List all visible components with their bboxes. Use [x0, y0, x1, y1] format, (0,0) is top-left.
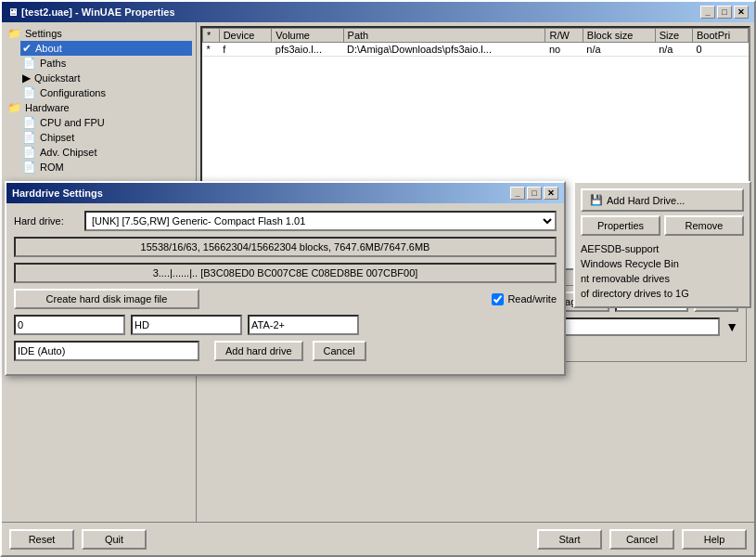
reset-button[interactable]: Reset — [9, 529, 74, 550]
sidebar-item-label: About — [35, 43, 62, 54]
d2-wrapper: HD FD — [131, 315, 242, 335]
create-hd-button[interactable]: Create hard disk image file — [14, 289, 199, 309]
ide-wrapper: IDE (Auto) — [14, 341, 199, 361]
sidebar-item-cpu[interactable]: 📄 CPU and FPU — [20, 115, 192, 130]
sidebar-item-label: Paths — [40, 58, 66, 69]
info-line-2: 3....|......|.. [B3C08ED0 BC007C8E C08ED… — [14, 263, 557, 283]
sidebar-item-hardware[interactable]: 📁 Hardware — [6, 100, 192, 115]
doc-icon: 📄 — [22, 146, 36, 159]
sidebar-item-label: Hardware — [25, 102, 70, 113]
sidebar-item-quickstart[interactable]: ▶ Quickstart — [20, 71, 192, 85]
add-hard-drive-button[interactable]: 💾 Add Hard Drive... — [581, 188, 744, 212]
sidebar-item-label: Quickstart — [34, 72, 81, 84]
right-actions-panel: 💾 Add Hard Drive... Properties Remove AE… — [573, 181, 751, 308]
hard-drive-select[interactable]: [UNK] [7.5G,RW] Generic- Compact Flash 1… — [84, 211, 557, 231]
dropdown-3[interactable]: ATA-2+ ATA-1 None — [248, 315, 359, 335]
dialog-title-text: Harddrive Settings — [12, 188, 103, 199]
sidebar-item-configurations[interactable]: 📄 Configurations — [20, 85, 192, 100]
maximize-button[interactable]: □ — [717, 6, 732, 19]
col-bootpri: BootPri — [693, 29, 749, 43]
col-volume: Volume — [272, 29, 343, 43]
col-size: Size — [655, 29, 692, 43]
col-star: * — [203, 29, 220, 43]
disk-icon: 💾 — [590, 194, 603, 206]
dialog-close-button[interactable]: ✕ — [544, 187, 558, 200]
title-bar: 🖥 [test2.uae] - WinUAE Properties _ □ ✕ — [2, 2, 754, 22]
bottom-right-buttons: Start Cancel Help — [537, 529, 747, 550]
bottom-bar: Reset Quit Start Cancel Help — [2, 522, 754, 555]
sidebar-item-paths[interactable]: 📄 Paths — [20, 56, 192, 71]
prop-remove-row: Properties Remove — [581, 215, 744, 236]
table-row[interactable]: *fpfs3aio.l...D:\Amiga\Downloads\pfs3aio… — [203, 43, 749, 57]
ide-select[interactable]: IDE (Auto) — [14, 341, 199, 361]
info-line-1: 15538/16/63, 15662304/15662304 blocks, 7… — [14, 237, 557, 257]
folder-icon: 📁 — [7, 27, 21, 40]
doc-icon: 📄 — [22, 131, 36, 144]
sidebar-item-rom[interactable]: 📄 ROM — [20, 160, 192, 175]
folder-icon: 📁 — [7, 101, 21, 114]
doc-icon: 📄 — [22, 86, 36, 99]
ide-row: IDE (Auto) Add hard drive Cancel — [14, 341, 557, 361]
start-button[interactable]: Start — [537, 529, 602, 550]
help-button[interactable]: Help — [682, 529, 747, 550]
hard-drive-row: Hard drive: [UNK] [7.5G,RW] Generic- Com… — [14, 211, 557, 231]
col-device: Device — [219, 29, 272, 43]
remove-button[interactable]: Remove — [664, 215, 744, 236]
window-title: [test2.uae] - WinUAE Properties — [21, 6, 175, 18]
d3-wrapper: ATA-2+ ATA-1 None — [248, 315, 359, 335]
dialog-title-bar: Harddrive Settings _ □ ✕ — [6, 183, 564, 203]
option-directory: of directory drives to 1G — [581, 286, 744, 301]
quit-button[interactable]: Quit — [82, 529, 147, 550]
path-dropdown-arrow[interactable]: ▼ — [725, 319, 738, 334]
harddrive-dialog: Harddrive Settings _ □ ✕ Hard drive: [UN… — [5, 181, 566, 376]
dialog-minimize-button[interactable]: _ — [510, 187, 525, 200]
hd-table: * Device Volume Path R/W Block size Size… — [202, 28, 749, 57]
sidebar-item-settings[interactable]: 📁 Settings — [6, 26, 192, 41]
rw-checkbox-row: Read/write — [492, 293, 557, 305]
title-bar-title: 🖥 [test2.uae] - WinUAE Properties — [7, 6, 175, 18]
add-hd-label: Add Hard Drive... — [607, 195, 685, 206]
read-write-label: Read/write — [507, 293, 557, 304]
dialog-maximize-button[interactable]: □ — [527, 187, 542, 200]
sidebar-item-label: Chipset — [40, 132, 74, 143]
minimize-button[interactable]: _ — [700, 6, 715, 19]
col-rw: R/W — [545, 29, 583, 43]
play-icon: ▶ — [22, 71, 31, 84]
app-icon: 🖥 — [7, 6, 18, 18]
dropdowns-row: 0 1 HD FD ATA-2+ ATA-1 None — [14, 315, 557, 335]
sidebar-item-adv-chipset[interactable]: 📄 Adv. Chipset — [20, 145, 192, 160]
doc-icon: 📄 — [22, 57, 36, 70]
sidebar-item-label: CPU and FPU — [40, 117, 105, 128]
sidebar-item-chipset[interactable]: 📄 Chipset — [20, 130, 192, 145]
check-icon: ✔ — [22, 42, 32, 55]
option-aefsdb: AEFSDB-support — [581, 241, 744, 256]
option-removable: nt removable drives — [581, 271, 744, 286]
dropdown-1[interactable]: 0 1 — [14, 315, 125, 335]
col-blocksize: Block size — [583, 29, 655, 43]
dialog-controls: _ □ ✕ — [510, 187, 558, 200]
sidebar-item-label: Configurations — [40, 87, 106, 98]
dialog-cancel-button[interactable]: Cancel — [313, 341, 366, 361]
doc-icon: 📄 — [22, 116, 36, 129]
doc-icon: 📄 — [22, 161, 36, 174]
hard-drive-label: Hard drive: — [14, 215, 79, 227]
sidebar-item-label: Adv. Chipset — [40, 147, 97, 158]
title-bar-controls: _ □ ✕ — [700, 6, 749, 19]
read-write-checkbox[interactable] — [492, 293, 504, 305]
option-recycle: Windows Recycle Bin — [581, 256, 744, 271]
sidebar-item-label: Settings — [25, 28, 62, 39]
add-hard-drive-btn[interactable]: Add hard drive — [214, 341, 303, 361]
dialog-body: Hard drive: [UNK] [7.5G,RW] Generic- Com… — [6, 203, 564, 374]
sidebar-item-about[interactable]: ✔ About — [20, 41, 192, 56]
d1-wrapper: 0 1 — [14, 315, 125, 335]
properties-button[interactable]: Properties — [581, 215, 660, 236]
create-rw-row: Create hard disk image file Read/write — [14, 289, 557, 309]
dropdown-2[interactable]: HD FD — [131, 315, 242, 335]
sidebar-item-label: ROM — [40, 162, 64, 173]
col-path: Path — [343, 29, 545, 43]
cancel-button[interactable]: Cancel — [609, 529, 674, 550]
close-button[interactable]: ✕ — [734, 6, 749, 19]
